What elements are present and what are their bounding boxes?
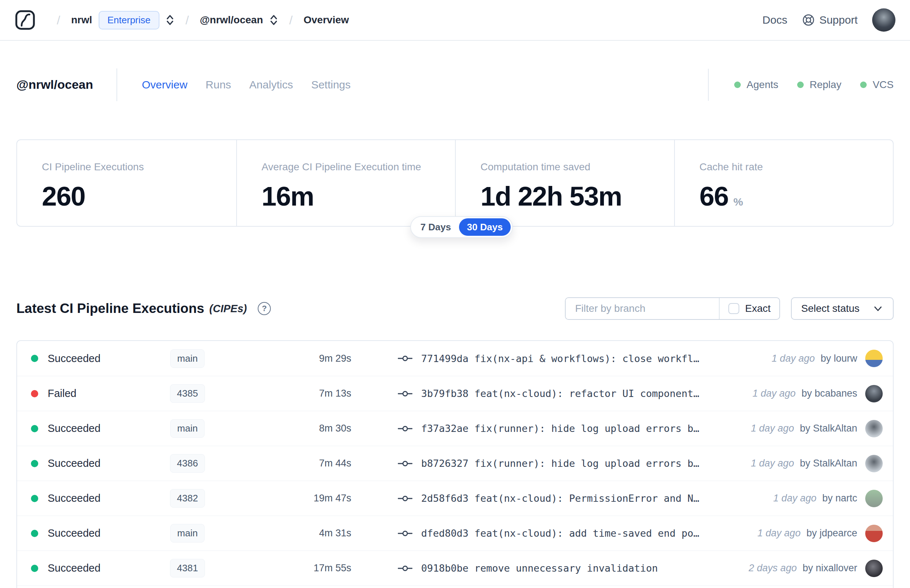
stat-computation-time-saved: Computation time saved 1d 22h 53m [455,140,674,226]
commit-icon [398,494,412,502]
commit-message: 3b79fb38 feat(nx-cloud): refactor UI com… [421,388,699,399]
tab-overview[interactable]: Overview [142,79,187,91]
breadcrumb-separator: / [289,13,293,27]
author: by jdpearce [806,528,857,539]
table-row[interactable]: Succeeded main 8m 30s f37a32ae fix(runne… [17,411,893,446]
docs-link[interactable]: Docs [763,14,787,26]
status-select-dropdown[interactable]: Select status [791,297,894,320]
author-avatar [865,560,883,577]
duration: 8m 30s [224,423,351,434]
author: by StalkAltan [800,458,857,469]
enterprise-badge: Enterprise [99,11,160,29]
branch-badge: 4381 [170,559,205,577]
duration: 9m 29s [224,353,351,364]
stat-value: 1d 22h 53m [480,181,622,212]
branch-badge: main [170,349,205,368]
status-label: Succeeded [48,352,100,365]
stat-label: Average CI Pipeline Execution time [262,161,455,173]
breadcrumb-repo[interactable]: @nrwl/ocean [200,14,263,26]
author-avatar [865,385,883,402]
stat-value: 66 [700,181,728,212]
status-label: Succeeded [48,457,100,469]
author: by nixallover [803,562,857,574]
help-icon[interactable]: ? [258,302,271,315]
table-row[interactable]: Succeeded main 9m 29s 771499da fix(nx-ap… [17,341,893,376]
nx-logo-icon[interactable] [15,10,36,31]
status-label: Succeeded [48,527,100,539]
cipes-title-suffix: (CIPEs) [209,303,247,315]
time-ago: 1 day ago [751,458,794,469]
commit-message: 0918b0be remove unnecessary invalidation [421,562,658,574]
commit-message: f37a32ae fix(runner): hide log upload er… [421,423,699,434]
workspace-tabs: Overview Runs Analytics Settings [142,79,351,91]
stat-cache-hit-rate: Cache hit rate 66 % [674,140,893,226]
chevron-up-down-icon [269,13,278,27]
topbar-actions: Docs Support [763,8,895,32]
repo-switcher-button[interactable] [269,13,278,27]
status-dot-icon [31,355,38,362]
time-ago: 2 days ago [749,562,797,574]
time-ago: 1 day ago [773,493,816,504]
branch-filter-input[interactable] [566,298,719,319]
commit-icon [398,564,412,572]
branch-filter-group: Exact [565,297,780,320]
author: by nartc [822,493,857,504]
breadcrumb-workspace[interactable]: nrwl [71,14,92,26]
table-row[interactable] [17,585,893,588]
breadcrumb-page: Overview [304,14,349,26]
chevron-down-icon [873,303,883,314]
tab-runs[interactable]: Runs [206,79,231,91]
date-range-toggle: 7 Days 30 Days [410,216,513,238]
status-dot-icon [31,565,38,572]
time-ago: 1 day ago [751,423,794,434]
tab-settings[interactable]: Settings [311,79,351,91]
exact-label: Exact [745,303,771,314]
duration: 4m 31s [224,528,351,539]
stat-value: 260 [42,181,85,212]
range-30-days-button[interactable]: 30 Days [459,218,511,236]
stat-label: Computation time saved [480,161,674,173]
lifebuoy-icon [802,13,815,27]
cipe-table: Succeeded main 9m 29s 771499da fix(nx-ap… [16,340,894,588]
table-row[interactable]: Succeeded main 4m 31s dfed80d3 feat(nx-c… [17,515,893,551]
author-avatar [865,420,883,437]
service-agents[interactable]: Agents [734,79,778,90]
top-bar: / nrwl Enterprise / @nrwl/ocean / Overvi… [0,0,910,41]
status-dot-icon [31,530,38,537]
author: by bcabanes [802,388,857,399]
tab-analytics[interactable]: Analytics [249,79,293,91]
stat-label: Cache hit rate [700,161,893,173]
table-row[interactable]: Succeeded 4381 17m 55s 0918b0be remove u… [17,551,893,585]
service-vcs[interactable]: VCS [860,79,894,90]
duration: 17m 55s [224,562,351,574]
exact-toggle[interactable]: Exact [719,303,779,314]
support-link[interactable]: Support [802,13,858,27]
status-label: Succeeded [48,492,100,504]
workspace-switcher-button[interactable] [165,13,175,27]
user-avatar[interactable] [872,8,895,32]
stat-unit: % [734,196,743,208]
table-row[interactable]: Succeeded 4386 7m 44s b8726327 fix(runne… [17,446,893,481]
author-avatar [865,455,883,472]
service-agents-label: Agents [747,79,778,90]
commit-icon [398,354,412,362]
branch-badge: 4386 [170,454,205,473]
status-dot-icon [31,425,38,432]
breadcrumb-separator: / [57,13,60,27]
branch-badge: main [170,419,205,438]
table-row[interactable]: Succeeded 4382 19m 47s 2d58f6d3 feat(nx-… [17,481,893,515]
range-7-days-button[interactable]: 7 Days [412,218,459,236]
author-avatar [865,525,883,542]
support-label: Support [819,14,858,26]
workspace-header: @nrwl/ocean Overview Runs Analytics Sett… [0,64,910,105]
branch-badge: 4382 [170,489,205,507]
time-ago: 1 day ago [758,528,801,539]
service-replay[interactable]: Replay [797,79,841,90]
status-dot-icon [860,81,867,88]
status-label: Succeeded [48,422,100,435]
exact-checkbox[interactable] [728,303,739,314]
time-ago: 1 day ago [752,388,796,399]
header-divider [116,68,117,101]
branch-badge: 4385 [170,384,205,403]
table-row[interactable]: Failed 4385 7m 13s 3b79fb38 feat(nx-clou… [17,376,893,411]
